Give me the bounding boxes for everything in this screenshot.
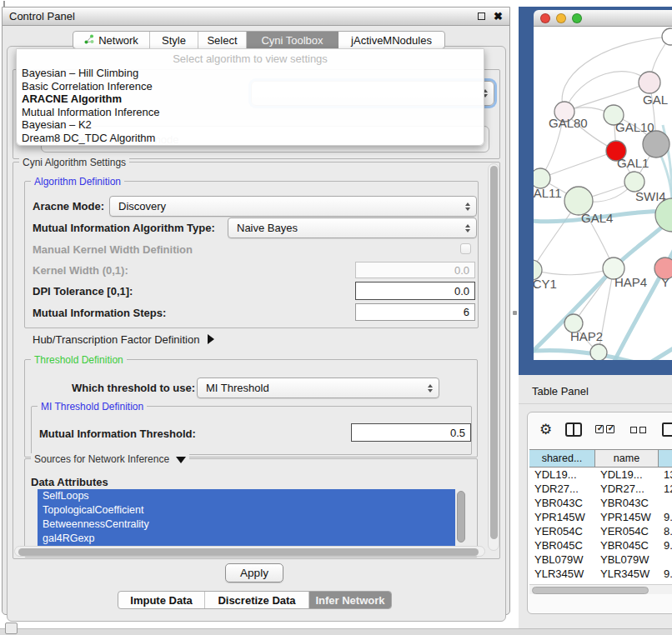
tab-discretize-data[interactable]: Discretize Data bbox=[205, 592, 309, 608]
hub-definition-toggle[interactable]: Hub/Transcription Factor Definition bbox=[33, 333, 214, 346]
column-header[interactable] bbox=[659, 450, 672, 467]
network-edge[interactable] bbox=[540, 151, 616, 178]
manual-kernel-width-label: Manual Kernel Width Definition bbox=[33, 243, 193, 256]
columns-icon[interactable] bbox=[565, 422, 582, 437]
mac-minimize-icon[interactable] bbox=[556, 13, 566, 23]
tab-jactivemnodules[interactable]: jActiveMNodules bbox=[339, 32, 444, 48]
network-node[interactable] bbox=[643, 131, 669, 158]
algorithm-option[interactable]: Basic Correlation Inference bbox=[22, 80, 479, 93]
mi-threshold-label: Mutual Information Threshold: bbox=[39, 428, 196, 440]
tab-infer-network[interactable]: Infer Network bbox=[309, 592, 391, 608]
table-cell: YDL19... bbox=[529, 468, 595, 482]
dpi-tolerance-input[interactable]: 0.0 bbox=[355, 282, 475, 300]
combo-stepper-icon bbox=[428, 384, 433, 392]
tab-impute-data[interactable]: Impute Data bbox=[118, 592, 205, 608]
which-threshold-label: Which threshold to use: bbox=[72, 382, 195, 394]
kernel-width-input[interactable]: 0.0 bbox=[355, 262, 475, 278]
settings-vertical-scrollbar[interactable] bbox=[488, 163, 499, 551]
dock-corner-button[interactable] bbox=[5, 622, 18, 634]
table-panel-title: Table Panel bbox=[532, 385, 589, 398]
table-row[interactable]: YPR145WYPR145W9. bbox=[529, 510, 672, 524]
table-cell: YER054C bbox=[529, 524, 595, 538]
close-window-icon[interactable]: ✖ bbox=[494, 12, 503, 20]
mi-algorithm-type-label: Mutual Information Algorithm Type: bbox=[33, 222, 215, 234]
table-panel-divider bbox=[519, 403, 672, 404]
tab-label: jActiveMNodules bbox=[351, 34, 432, 47]
node-label: SWI4 bbox=[635, 189, 666, 203]
restore-window-icon[interactable] bbox=[478, 12, 485, 20]
manual-kernel-width-checkbox[interactable] bbox=[460, 243, 471, 254]
apply-button[interactable]: Apply bbox=[225, 563, 283, 582]
aracne-mode-combo[interactable]: Discovery bbox=[109, 196, 477, 217]
gear-icon[interactable]: ⚙ bbox=[539, 422, 552, 437]
tab-cyni-toolbox[interactable]: Cyni Toolbox bbox=[247, 32, 339, 48]
table-row[interactable]: YLR345WYLR345W9. bbox=[529, 567, 672, 581]
network-edge[interactable] bbox=[564, 72, 649, 112]
data-attribute-item[interactable]: SelfLoops bbox=[38, 489, 455, 503]
which-threshold-value: MI Threshold bbox=[206, 382, 269, 394]
mac-zoom-icon[interactable] bbox=[572, 13, 582, 23]
node-label: GAL10 bbox=[615, 120, 654, 134]
algorithm-option[interactable]: Mutual Information Inference bbox=[22, 106, 479, 119]
deselect-all-icon[interactable] bbox=[630, 422, 649, 437]
algorithm-option[interactable]: Bayesian – K2 bbox=[22, 118, 479, 132]
table-row[interactable]: YBL079WYBL079W bbox=[529, 552, 672, 567]
table-horizontal-scrollbar[interactable] bbox=[529, 584, 672, 594]
screenshot-root: Control Panel ✖ NetworkStyleSelectCyni T… bbox=[0, 0, 672, 635]
data-attribute-item[interactable]: BetweennessCentrality bbox=[38, 518, 455, 532]
new-table-icon[interactable] bbox=[662, 422, 672, 437]
network-node[interactable] bbox=[590, 344, 607, 360]
mi-algorithm-type-value: Naive Bayes bbox=[237, 222, 298, 234]
tab-network[interactable]: Network bbox=[73, 32, 150, 48]
data-attributes-label: Data Attributes bbox=[31, 476, 108, 488]
algorithm-option[interactable]: Bayesian – Hill Climbing bbox=[22, 67, 479, 80]
control-panel-tab-bar: NetworkStyleSelectCyni ToolboxjActiveMNo… bbox=[73, 31, 445, 49]
table-cell: YLR345W bbox=[529, 567, 595, 581]
table-scroll-thumb[interactable] bbox=[532, 587, 649, 594]
table-row[interactable]: YDR27...YDR27...12 bbox=[529, 482, 672, 496]
select-all-checks-icon[interactable] bbox=[595, 422, 617, 437]
sources-group-toggle[interactable]: Sources for Network Inference bbox=[31, 453, 189, 465]
table-cell: YBR043C bbox=[595, 496, 659, 510]
network-edge[interactable] bbox=[634, 342, 672, 360]
vertical-scroll-thumb[interactable] bbox=[490, 166, 498, 539]
tab-select[interactable]: Select bbox=[198, 32, 247, 48]
mac-close-icon[interactable] bbox=[540, 13, 550, 23]
table-row[interactable]: YDL19...YDL19...13 bbox=[529, 468, 672, 482]
control-panel-title: Control Panel bbox=[9, 10, 478, 22]
mi-algorithm-type-combo[interactable]: Naive Bayes bbox=[228, 218, 477, 238]
network-node[interactable] bbox=[639, 72, 660, 93]
mi-steps-input[interactable]: 6 bbox=[355, 303, 475, 321]
data-attribute-item[interactable]: TopologicalCoefficient bbox=[38, 503, 455, 518]
network-window: GALGAL80GAL10GAL1SWI4GAL11GAL4GCY1HAP4YH… bbox=[534, 10, 672, 360]
settings-horizontal-scrollbar[interactable] bbox=[14, 546, 485, 557]
data-attributes-list[interactable]: SelfLoopsTopologicalCoefficientBetweenne… bbox=[38, 489, 467, 552]
table-cell: 9. bbox=[659, 510, 672, 524]
network-canvas[interactable]: GALGAL80GAL10GAL1SWI4GAL11GAL4GCY1HAP4YH… bbox=[534, 27, 672, 360]
tab-style[interactable]: Style bbox=[150, 32, 198, 48]
algorithm-option[interactable]: ARACNE Algorithm bbox=[22, 92, 479, 106]
splitter-handle[interactable] bbox=[513, 311, 517, 315]
attributes-scrollbar[interactable] bbox=[457, 491, 465, 542]
network-node[interactable] bbox=[655, 198, 672, 232]
tab-label: Select bbox=[207, 34, 237, 47]
table-row[interactable]: YER054CYER054C8. bbox=[529, 524, 672, 538]
mi-steps-label: Mutual Information Steps: bbox=[33, 307, 166, 319]
table-cell: YDR27... bbox=[529, 482, 595, 496]
collapse-down-icon bbox=[176, 457, 186, 463]
which-threshold-combo[interactable]: MI Threshold bbox=[197, 378, 439, 398]
mi-threshold-input[interactable]: 0.5 bbox=[351, 423, 471, 442]
network-graph: GALGAL80GAL10GAL1SWI4GAL11GAL4GCY1HAP4YH… bbox=[534, 27, 672, 360]
table-row[interactable]: YBR043CYBR043C bbox=[529, 496, 672, 510]
horizontal-scroll-thumb[interactable] bbox=[18, 548, 479, 556]
column-header[interactable]: shared... bbox=[529, 450, 595, 467]
network-node[interactable] bbox=[662, 28, 672, 45]
table-cell: YER054C bbox=[595, 524, 659, 538]
algorithm-option[interactable]: Dream8 DC_TDC Algorithm bbox=[22, 132, 479, 145]
network-edge[interactable] bbox=[534, 268, 614, 275]
table-row[interactable]: YBR045CYBR045C9. bbox=[529, 538, 672, 552]
data-attribute-item[interactable]: gal4RGexp bbox=[38, 532, 455, 546]
tab-label: Network bbox=[98, 34, 138, 47]
column-header[interactable]: name bbox=[595, 450, 659, 467]
algorithm-popup-list: Bayesian – Hill ClimbingBasic Correlatio… bbox=[22, 67, 479, 144]
